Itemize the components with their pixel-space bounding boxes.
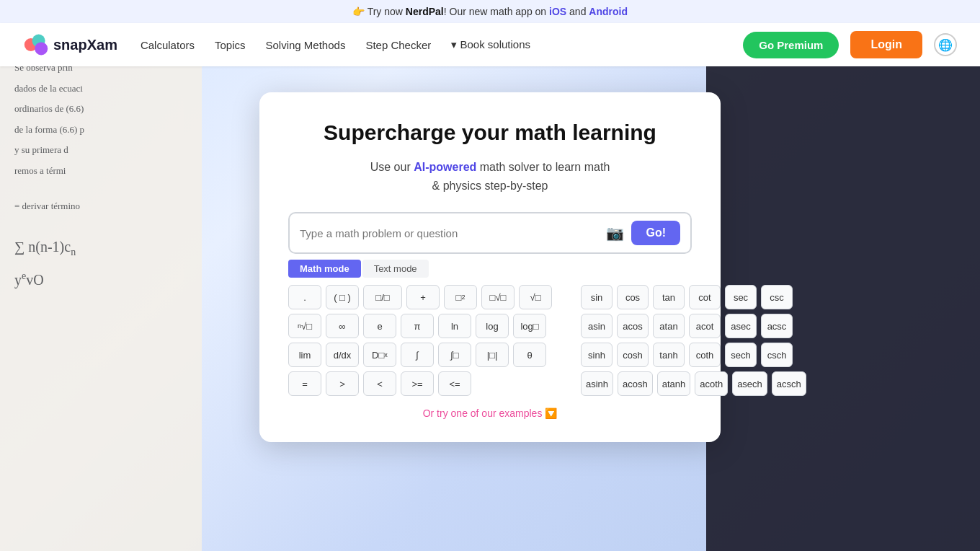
paren-btn[interactable]: ( □ ): [326, 285, 359, 309]
trig-row-4: asinh acosh atanh acoth asech acsch: [581, 371, 806, 396]
ln-btn[interactable]: ln: [438, 314, 471, 338]
acos-btn[interactable]: acos: [617, 314, 649, 338]
search-container: 📷 Go!: [288, 212, 692, 254]
try-examples[interactable]: Or try one of our examples 🔽: [288, 407, 692, 419]
nthroot2-btn[interactable]: n√□: [288, 314, 321, 338]
math-mode-tab[interactable]: Math mode: [288, 260, 361, 278]
atan-btn[interactable]: atan: [653, 314, 685, 338]
nthroot-btn[interactable]: □√□: [481, 285, 514, 309]
acsc-btn[interactable]: acsc: [761, 314, 793, 338]
top-banner: 👉 Try now NerdPal! Our new math app on i…: [0, 0, 980, 23]
logo-icon: [23, 32, 49, 58]
cosh-btn[interactable]: cosh: [617, 343, 649, 367]
tan-btn[interactable]: tan: [653, 285, 685, 309]
nav-step-checker[interactable]: Step Checker: [365, 39, 431, 51]
calc-right-panel: sin cos tan cot sec csc asin acos atan a…: [581, 285, 806, 396]
log-btn[interactable]: log: [476, 314, 509, 338]
tanh-btn[interactable]: tanh: [653, 343, 685, 367]
csch-btn[interactable]: csch: [761, 343, 793, 367]
csc-btn[interactable]: csc: [761, 285, 793, 309]
plus-btn[interactable]: +: [406, 285, 440, 309]
calc-row-4: = > < >= <=: [288, 371, 552, 396]
login-button[interactable]: Login: [850, 31, 922, 58]
partial-btn[interactable]: D□x: [363, 343, 396, 367]
android-link[interactable]: Android: [589, 6, 628, 17]
gt-btn[interactable]: >: [326, 371, 359, 396]
abs-btn[interactable]: |□|: [476, 343, 509, 367]
nav-calculators[interactable]: Calculators: [141, 39, 195, 51]
infinity-btn[interactable]: ∞: [326, 314, 359, 338]
banner-middle: ! Our new math app on: [444, 6, 549, 17]
premium-button[interactable]: Go Premium: [743, 32, 839, 58]
fraction-btn[interactable]: □/□: [363, 285, 402, 309]
calc-row-2: n√□ ∞ e π ln log log□: [288, 314, 552, 338]
logn-btn[interactable]: log□: [513, 314, 546, 338]
theta-btn[interactable]: θ: [513, 343, 546, 367]
cos-btn[interactable]: cos: [617, 285, 649, 309]
sech-btn[interactable]: sech: [725, 343, 757, 367]
asinh-btn[interactable]: asinh: [581, 371, 613, 396]
acot-btn[interactable]: acot: [689, 314, 721, 338]
gte-btn[interactable]: >=: [401, 371, 434, 396]
sinh-btn[interactable]: sinh: [581, 343, 612, 367]
pi-btn[interactable]: π: [401, 314, 434, 338]
content-area: Supercharge your math learning Use our A…: [0, 78, 980, 551]
nav-right: Go Premium Login 🌐: [743, 31, 957, 58]
nav-links: Calculators Topics Solving Methods Step …: [141, 38, 743, 51]
lim-btn[interactable]: lim: [288, 343, 321, 367]
camera-icon[interactable]: 📷: [606, 224, 624, 242]
language-icon[interactable]: 🌐: [934, 33, 957, 56]
calc-row-3: lim d/dx D□x ∫ ∫□ |□| θ: [288, 343, 552, 367]
calc-row-1: . ( □ ) □/□ + □2 □√□ √□: [288, 285, 552, 309]
calc-left-panel: . ( □ ) □/□ + □2 □√□ √□ n√□ ∞ e π ln log…: [288, 285, 552, 396]
svg-point-2: [35, 42, 48, 55]
mode-tabs: Math mode Text mode: [288, 260, 692, 278]
sin-btn[interactable]: sin: [581, 285, 612, 309]
square-btn[interactable]: □2: [444, 285, 477, 309]
acosh-btn[interactable]: acosh: [618, 371, 653, 396]
calculator-keyboard: . ( □ ) □/□ + □2 □√□ √□ n√□ ∞ e π ln log…: [288, 285, 692, 396]
atanh-btn[interactable]: atanh: [657, 371, 691, 396]
logo[interactable]: snapXam: [23, 32, 117, 58]
go-button[interactable]: Go!: [631, 221, 680, 245]
cot-btn[interactable]: cot: [689, 285, 721, 309]
def-integral-btn[interactable]: ∫□: [438, 343, 471, 367]
banner-text: Try now: [368, 6, 406, 17]
trig-row-2: asin acos atan acot asec acsc: [581, 314, 806, 338]
lte-btn[interactable]: <=: [438, 371, 471, 396]
sqrt-btn[interactable]: √□: [519, 285, 552, 309]
asin-btn[interactable]: asin: [581, 314, 612, 338]
euler-btn[interactable]: e: [363, 314, 396, 338]
coth-btn[interactable]: coth: [689, 343, 721, 367]
search-input[interactable]: [300, 227, 606, 239]
hero-card: Supercharge your math learning Use our A…: [259, 92, 721, 442]
nav-solving-methods[interactable]: Solving Methods: [266, 39, 346, 51]
trig-row-1: sin cos tan cot sec csc: [581, 285, 806, 309]
lt-btn[interactable]: <: [363, 371, 396, 396]
acoth-btn[interactable]: acoth: [695, 371, 728, 396]
banner-emoji: 👉: [352, 6, 365, 17]
hero-subtitle: Use our AI-powered math solver to learn …: [288, 158, 692, 195]
asech-btn[interactable]: asech: [732, 371, 767, 396]
equals-btn[interactable]: =: [288, 371, 321, 396]
nav-topics[interactable]: Topics: [215, 39, 246, 51]
text-mode-tab[interactable]: Text mode: [362, 260, 429, 278]
sec-btn[interactable]: sec: [725, 285, 757, 309]
dot-btn[interactable]: .: [288, 285, 321, 309]
trig-row-3: sinh cosh tanh coth sech csch: [581, 343, 806, 367]
asec-btn[interactable]: asec: [725, 314, 757, 338]
ios-link[interactable]: iOS: [549, 6, 566, 17]
logo-text: snapXam: [53, 37, 117, 53]
banner-and: and: [566, 6, 589, 17]
acsch-btn[interactable]: acsch: [772, 371, 806, 396]
integral-btn[interactable]: ∫: [401, 343, 434, 367]
deriv-btn[interactable]: d/dx: [326, 343, 359, 367]
nav-book-solutions[interactable]: ▾ Book solutions: [451, 38, 530, 51]
banner-app-name: NerdPal: [406, 6, 444, 17]
navbar: snapXam Calculators Topics Solving Metho…: [0, 23, 980, 66]
hero-title: Supercharge your math learning: [288, 118, 692, 146]
